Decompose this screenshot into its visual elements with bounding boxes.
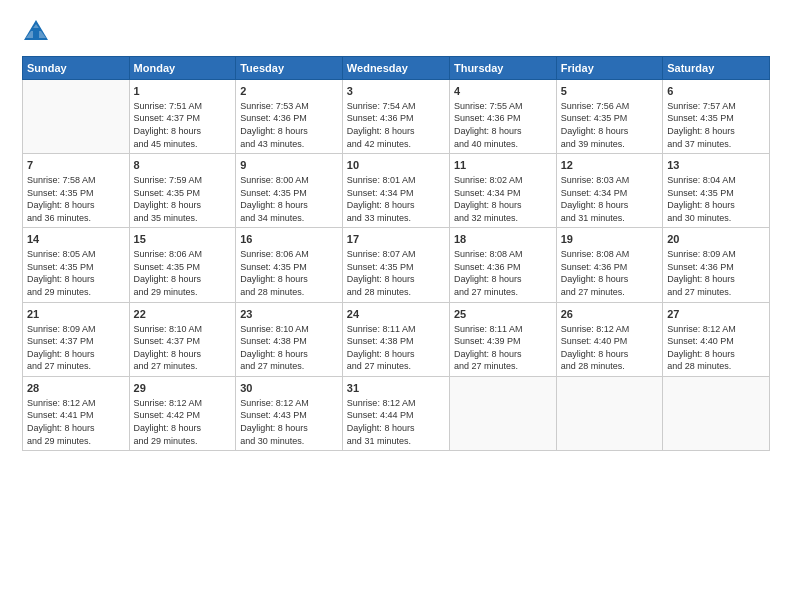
calendar-cell: 7Sunrise: 7:58 AM Sunset: 4:35 PM Daylig… (23, 154, 130, 228)
day-number: 25 (454, 307, 552, 322)
weekday-header: Monday (129, 57, 236, 80)
day-info: Sunrise: 8:10 AM Sunset: 4:37 PM Dayligh… (134, 323, 232, 373)
calendar-cell: 3Sunrise: 7:54 AM Sunset: 4:36 PM Daylig… (342, 80, 449, 154)
day-number: 11 (454, 158, 552, 173)
calendar-cell: 27Sunrise: 8:12 AM Sunset: 4:40 PM Dayli… (663, 302, 770, 376)
calendar-cell: 6Sunrise: 7:57 AM Sunset: 4:35 PM Daylig… (663, 80, 770, 154)
calendar-cell: 14Sunrise: 8:05 AM Sunset: 4:35 PM Dayli… (23, 228, 130, 302)
day-info: Sunrise: 8:11 AM Sunset: 4:38 PM Dayligh… (347, 323, 445, 373)
calendar-cell: 17Sunrise: 8:07 AM Sunset: 4:35 PM Dayli… (342, 228, 449, 302)
calendar-cell: 15Sunrise: 8:06 AM Sunset: 4:35 PM Dayli… (129, 228, 236, 302)
calendar-cell (449, 376, 556, 450)
day-info: Sunrise: 8:00 AM Sunset: 4:35 PM Dayligh… (240, 174, 338, 224)
weekday-header: Friday (556, 57, 662, 80)
day-info: Sunrise: 7:51 AM Sunset: 4:37 PM Dayligh… (134, 100, 232, 150)
day-number: 27 (667, 307, 765, 322)
day-number: 16 (240, 232, 338, 247)
day-info: Sunrise: 7:56 AM Sunset: 4:35 PM Dayligh… (561, 100, 658, 150)
logo-icon (22, 18, 50, 46)
day-number: 13 (667, 158, 765, 173)
weekday-header: Wednesday (342, 57, 449, 80)
day-number: 30 (240, 381, 338, 396)
calendar-cell: 20Sunrise: 8:09 AM Sunset: 4:36 PM Dayli… (663, 228, 770, 302)
calendar-cell: 29Sunrise: 8:12 AM Sunset: 4:42 PM Dayli… (129, 376, 236, 450)
day-info: Sunrise: 8:12 AM Sunset: 4:40 PM Dayligh… (667, 323, 765, 373)
day-info: Sunrise: 8:12 AM Sunset: 4:44 PM Dayligh… (347, 397, 445, 447)
calendar-cell: 21Sunrise: 8:09 AM Sunset: 4:37 PM Dayli… (23, 302, 130, 376)
svg-rect-2 (33, 30, 39, 38)
day-info: Sunrise: 7:54 AM Sunset: 4:36 PM Dayligh… (347, 100, 445, 150)
day-number: 3 (347, 84, 445, 99)
day-number: 22 (134, 307, 232, 322)
day-info: Sunrise: 7:53 AM Sunset: 4:36 PM Dayligh… (240, 100, 338, 150)
calendar-table: SundayMondayTuesdayWednesdayThursdayFrid… (22, 56, 770, 451)
day-number: 26 (561, 307, 658, 322)
calendar-cell: 8Sunrise: 7:59 AM Sunset: 4:35 PM Daylig… (129, 154, 236, 228)
day-number: 12 (561, 158, 658, 173)
day-info: Sunrise: 8:12 AM Sunset: 4:41 PM Dayligh… (27, 397, 125, 447)
day-number: 31 (347, 381, 445, 396)
day-info: Sunrise: 7:57 AM Sunset: 4:35 PM Dayligh… (667, 100, 765, 150)
day-info: Sunrise: 8:10 AM Sunset: 4:38 PM Dayligh… (240, 323, 338, 373)
svg-rect-3 (31, 28, 41, 31)
day-info: Sunrise: 8:11 AM Sunset: 4:39 PM Dayligh… (454, 323, 552, 373)
page-header (22, 18, 770, 46)
calendar-cell: 4Sunrise: 7:55 AM Sunset: 4:36 PM Daylig… (449, 80, 556, 154)
calendar-cell: 30Sunrise: 8:12 AM Sunset: 4:43 PM Dayli… (236, 376, 343, 450)
calendar-cell (556, 376, 662, 450)
day-info: Sunrise: 8:05 AM Sunset: 4:35 PM Dayligh… (27, 248, 125, 298)
day-number: 20 (667, 232, 765, 247)
day-number: 23 (240, 307, 338, 322)
calendar-cell: 12Sunrise: 8:03 AM Sunset: 4:34 PM Dayli… (556, 154, 662, 228)
day-number: 7 (27, 158, 125, 173)
calendar-cell: 9Sunrise: 8:00 AM Sunset: 4:35 PM Daylig… (236, 154, 343, 228)
calendar-cell: 25Sunrise: 8:11 AM Sunset: 4:39 PM Dayli… (449, 302, 556, 376)
day-info: Sunrise: 8:01 AM Sunset: 4:34 PM Dayligh… (347, 174, 445, 224)
calendar-cell: 19Sunrise: 8:08 AM Sunset: 4:36 PM Dayli… (556, 228, 662, 302)
day-info: Sunrise: 8:12 AM Sunset: 4:43 PM Dayligh… (240, 397, 338, 447)
day-number: 1 (134, 84, 232, 99)
weekday-header: Saturday (663, 57, 770, 80)
day-number: 8 (134, 158, 232, 173)
calendar-cell: 13Sunrise: 8:04 AM Sunset: 4:35 PM Dayli… (663, 154, 770, 228)
day-number: 21 (27, 307, 125, 322)
day-number: 4 (454, 84, 552, 99)
day-info: Sunrise: 8:02 AM Sunset: 4:34 PM Dayligh… (454, 174, 552, 224)
day-info: Sunrise: 8:06 AM Sunset: 4:35 PM Dayligh… (240, 248, 338, 298)
day-info: Sunrise: 8:12 AM Sunset: 4:42 PM Dayligh… (134, 397, 232, 447)
calendar-cell: 16Sunrise: 8:06 AM Sunset: 4:35 PM Dayli… (236, 228, 343, 302)
day-info: Sunrise: 8:08 AM Sunset: 4:36 PM Dayligh… (561, 248, 658, 298)
calendar-cell (663, 376, 770, 450)
day-number: 9 (240, 158, 338, 173)
day-info: Sunrise: 8:09 AM Sunset: 4:36 PM Dayligh… (667, 248, 765, 298)
day-info: Sunrise: 8:06 AM Sunset: 4:35 PM Dayligh… (134, 248, 232, 298)
calendar-cell: 23Sunrise: 8:10 AM Sunset: 4:38 PM Dayli… (236, 302, 343, 376)
day-number: 19 (561, 232, 658, 247)
logo (22, 18, 54, 46)
calendar-cell: 2Sunrise: 7:53 AM Sunset: 4:36 PM Daylig… (236, 80, 343, 154)
calendar-cell: 26Sunrise: 8:12 AM Sunset: 4:40 PM Dayli… (556, 302, 662, 376)
day-number: 6 (667, 84, 765, 99)
day-info: Sunrise: 8:07 AM Sunset: 4:35 PM Dayligh… (347, 248, 445, 298)
calendar-cell: 28Sunrise: 8:12 AM Sunset: 4:41 PM Dayli… (23, 376, 130, 450)
calendar-cell: 31Sunrise: 8:12 AM Sunset: 4:44 PM Dayli… (342, 376, 449, 450)
day-info: Sunrise: 8:09 AM Sunset: 4:37 PM Dayligh… (27, 323, 125, 373)
calendar-cell: 1Sunrise: 7:51 AM Sunset: 4:37 PM Daylig… (129, 80, 236, 154)
day-number: 2 (240, 84, 338, 99)
day-number: 18 (454, 232, 552, 247)
weekday-header: Sunday (23, 57, 130, 80)
day-info: Sunrise: 7:55 AM Sunset: 4:36 PM Dayligh… (454, 100, 552, 150)
day-number: 29 (134, 381, 232, 396)
day-number: 15 (134, 232, 232, 247)
calendar-cell (23, 80, 130, 154)
calendar-cell: 11Sunrise: 8:02 AM Sunset: 4:34 PM Dayli… (449, 154, 556, 228)
day-info: Sunrise: 8:03 AM Sunset: 4:34 PM Dayligh… (561, 174, 658, 224)
day-number: 14 (27, 232, 125, 247)
day-number: 10 (347, 158, 445, 173)
day-number: 28 (27, 381, 125, 396)
day-number: 17 (347, 232, 445, 247)
day-info: Sunrise: 8:04 AM Sunset: 4:35 PM Dayligh… (667, 174, 765, 224)
calendar-cell: 22Sunrise: 8:10 AM Sunset: 4:37 PM Dayli… (129, 302, 236, 376)
calendar-cell: 10Sunrise: 8:01 AM Sunset: 4:34 PM Dayli… (342, 154, 449, 228)
day-number: 24 (347, 307, 445, 322)
